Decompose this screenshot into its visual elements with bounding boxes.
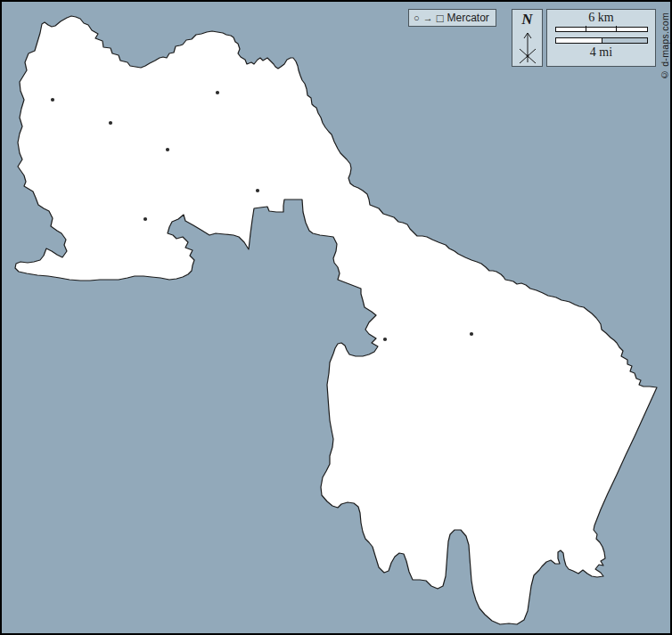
city-dot [109, 121, 112, 125]
square-icon: □ [437, 12, 444, 24]
compass-panel: N [512, 9, 543, 67]
projection-name: Mercator [447, 12, 489, 24]
city-dot [143, 217, 147, 221]
copyright-credit: © d-maps.com [660, 12, 670, 80]
projection-legend: ○ → □ Mercator [408, 9, 496, 27]
scale-bar-mi [555, 37, 648, 44]
city-dot [256, 189, 259, 192]
scale-panel: 6 km 4 mi [546, 9, 656, 67]
city-dot [383, 338, 387, 341]
city-dot [51, 98, 54, 102]
scale-mi-label: 4 mi [590, 45, 612, 60]
scale-bar-km [555, 27, 648, 32]
compass-rose-icon [516, 28, 539, 66]
city-dot [216, 91, 219, 94]
city-dot [470, 332, 473, 336]
circle-icon: ○ [414, 13, 420, 23]
north-label: N [521, 12, 532, 28]
region-outline [15, 16, 657, 624]
scale-km-label: 6 km [588, 11, 613, 25]
city-dot [166, 148, 169, 151]
arrow-right-icon: → [423, 13, 433, 23]
map-canvas [2, 2, 670, 633]
map-frame: ○ → □ Mercator N 6 km 4 mi © d-maps.com [0, 0, 672, 635]
